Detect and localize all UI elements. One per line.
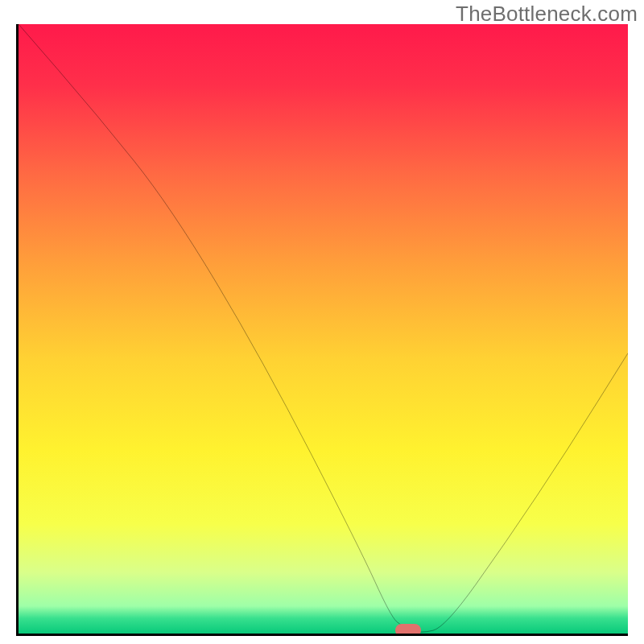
chart-stage: TheBottleneck.com: [0, 0, 644, 644]
plot-area: [16, 24, 628, 636]
bottleneck-curve: [19, 24, 628, 634]
optimal-marker: [395, 624, 421, 636]
watermark-label: TheBottleneck.com: [456, 2, 638, 27]
